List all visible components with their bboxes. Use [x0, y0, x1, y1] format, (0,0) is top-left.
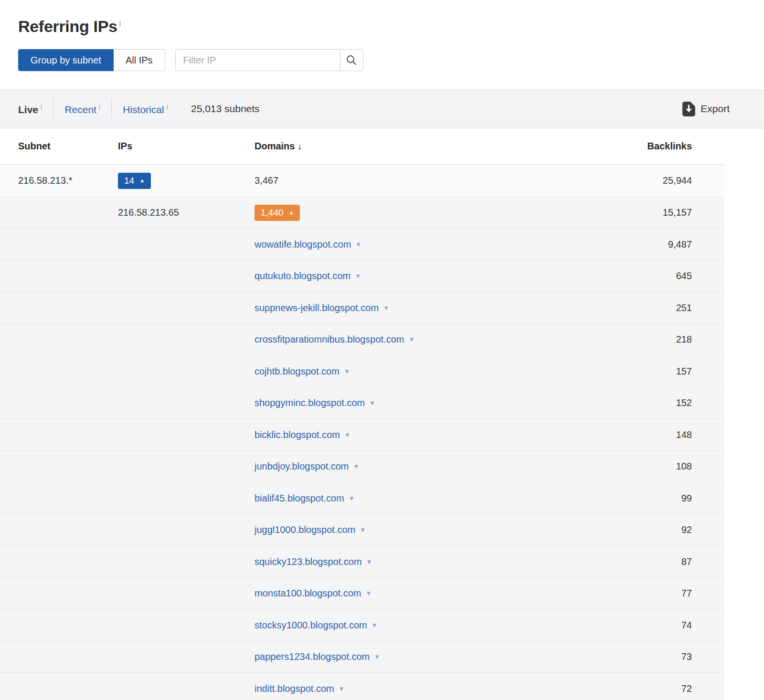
title-info-icon[interactable]: i: [119, 20, 121, 28]
ip-value: 216.58.213.65: [118, 207, 255, 218]
domain-link[interactable]: pappers1234.blogspot.com: [255, 651, 370, 662]
domain-cell: qutukuto.blogspot.com ▼: [255, 271, 676, 282]
domain-cell: bicklic.blogspot.com ▼: [255, 429, 676, 440]
domain-cell: juggl1000.blogspot.com ▼: [255, 524, 681, 535]
ip-backlinks-count: 15,157: [663, 207, 692, 218]
domain-row: juggl1000.blogspot.com ▼ 92: [0, 514, 724, 546]
domain-link[interactable]: juggl1000.blogspot.com: [255, 524, 355, 535]
domain-backlinks-count: 152: [676, 397, 692, 408]
domain-backlinks-count: 72: [681, 683, 692, 694]
domain-link[interactable]: junbdjoy.blogspot.com: [255, 461, 349, 472]
domain-link[interactable]: stocksy1000.blogspot.com: [255, 620, 367, 631]
domain-row: inditt.blogspot.com ▼ 72: [0, 672, 724, 700]
column-header-domains-label: Domains: [255, 141, 295, 151]
domain-row: pappers1234.blogspot.com ▼ 73: [0, 641, 724, 673]
column-header-subnet[interactable]: Subnet: [18, 141, 118, 152]
domain-dropdown-icon[interactable]: ▼: [344, 368, 350, 375]
tab-live[interactable]: Livei: [18, 103, 42, 115]
domain-row: junbdjoy.blogspot.com ▼ 108: [0, 450, 724, 482]
sort-desc-icon: ↓: [297, 141, 302, 151]
domain-dropdown-icon[interactable]: ▼: [371, 622, 378, 629]
group-by-subnet-button[interactable]: Group by subnet: [18, 49, 114, 71]
domain-link[interactable]: shopgyminc.blogspot.com: [255, 397, 365, 408]
subnet-backlinks-count: 25,944: [663, 175, 692, 186]
domain-cell: pappers1234.blogspot.com ▼: [255, 651, 681, 662]
table-header-row: Subnet IPs Domains↓ Backlinks: [0, 128, 724, 165]
page-header: Referring IPsi Group by subnet All IPs: [0, 0, 764, 71]
collapse-subnet-button[interactable]: 14 ▲: [118, 173, 151, 189]
domain-dropdown-icon[interactable]: ▼: [366, 558, 372, 565]
domain-row: bicklic.blogspot.com ▼ 148: [0, 418, 724, 450]
domain-link[interactable]: inditt.blogspot.com: [255, 683, 334, 694]
domain-link[interactable]: bicklic.blogspot.com: [255, 429, 340, 440]
domain-link[interactable]: monsta100.blogspot.com: [255, 588, 361, 599]
domain-link[interactable]: cojhtb.blogspot.com: [255, 366, 340, 377]
domain-backlinks-count: 92: [681, 524, 692, 535]
domain-dropdown-icon[interactable]: ▼: [355, 272, 361, 280]
export-label: Export: [700, 103, 730, 115]
column-header-domains[interactable]: Domains↓: [255, 141, 647, 152]
domain-row: qutukuto.blogspot.com ▼ 645: [0, 260, 724, 292]
live-info-icon[interactable]: i: [41, 103, 42, 111]
page-title: Referring IPsi: [18, 14, 746, 36]
filter-group: [175, 49, 363, 71]
tab-historical[interactable]: Historicali: [123, 103, 168, 115]
domain-link[interactable]: wowatife.blogspot.com: [255, 239, 351, 250]
domain-dropdown-icon[interactable]: ▼: [369, 399, 375, 407]
domain-link[interactable]: squicky123.blogspot.com: [255, 556, 362, 567]
subnet-row: 216.58.213.* 14 ▲ 3,467 25,944: [0, 165, 724, 197]
domain-dropdown-icon[interactable]: ▼: [365, 590, 371, 597]
historical-info-icon[interactable]: i: [167, 103, 168, 111]
domain-cell: bialif45.blogspot.com ▼: [255, 493, 681, 504]
domain-row: crossfitparatiomnibus.blogspot.com ▼ 218: [0, 324, 724, 355]
domain-backlinks-count: 9,487: [668, 239, 692, 250]
recent-info-icon[interactable]: i: [99, 103, 100, 111]
toolbar: Group by subnet All IPs: [18, 49, 746, 71]
domain-backlinks-count: 87: [681, 556, 692, 567]
domain-dropdown-icon[interactable]: ▼: [344, 431, 350, 439]
collapse-domains-button[interactable]: 1,440 ▲: [255, 205, 300, 221]
domain-link[interactable]: bialif45.blogspot.com: [255, 493, 344, 504]
tab-recent[interactable]: Recenti: [64, 103, 100, 115]
all-ips-button[interactable]: All IPs: [114, 49, 165, 71]
ips-badge-cell: 14 ▲: [118, 173, 255, 189]
domain-cell: cojhtb.blogspot.com ▼: [255, 366, 676, 377]
mode-tabbar: Livei Recenti Historicali 25,013 subnets…: [0, 89, 764, 128]
domain-dropdown-icon[interactable]: ▼: [353, 463, 360, 470]
domain-backlinks-count: 645: [676, 271, 692, 282]
tab-historical-label: Historical: [123, 104, 164, 115]
tab-recent-label: Recent: [64, 104, 96, 115]
search-button[interactable]: [340, 49, 363, 71]
domain-row: squicky123.blogspot.com ▼ 87: [0, 545, 724, 577]
caret-up-icon: ▲: [289, 210, 294, 215]
domain-backlinks-count: 73: [681, 651, 692, 662]
domain-backlinks-count: 251: [676, 303, 692, 313]
domain-cell: shopgyminc.blogspot.com ▼: [255, 397, 676, 408]
domain-dropdown-icon[interactable]: ▼: [383, 304, 389, 312]
domain-dropdown-icon[interactable]: ▼: [339, 685, 345, 692]
domain-row: bialif45.blogspot.com ▼ 99: [0, 482, 724, 514]
domain-cell: inditt.blogspot.com ▼: [255, 683, 681, 694]
column-header-ips[interactable]: IPs: [118, 141, 255, 152]
domain-cell: crossfitparatiomnibus.blogspot.com ▼: [255, 334, 676, 345]
domain-dropdown-icon[interactable]: ▼: [349, 495, 355, 502]
domain-row: monsta100.blogspot.com ▼ 77: [0, 577, 724, 609]
domain-dropdown-icon[interactable]: ▼: [374, 653, 380, 660]
domain-dropdown-icon[interactable]: ▼: [408, 336, 414, 343]
domain-dropdown-icon[interactable]: ▼: [355, 241, 361, 248]
table-body: 216.58.213.* 14 ▲ 3,467 25,944 216.58.21…: [0, 165, 724, 700]
domain-cell: squicky123.blogspot.com ▼: [255, 556, 681, 567]
domain-link[interactable]: qutukuto.blogspot.com: [255, 271, 350, 282]
domain-backlinks-count: 108: [676, 461, 692, 472]
filter-ip-input[interactable]: [175, 49, 340, 71]
domain-dropdown-icon[interactable]: ▼: [360, 526, 366, 533]
subnet-domains-count: 3,467: [255, 175, 663, 186]
view-mode-toggle: Group by subnet All IPs: [18, 49, 165, 71]
column-header-backlinks[interactable]: Backlinks: [647, 141, 692, 152]
export-icon: [682, 102, 695, 116]
caret-up-icon: ▲: [139, 178, 145, 183]
search-icon: [346, 54, 357, 66]
domain-link[interactable]: suppnews-jekill.blogspot.com: [255, 303, 379, 313]
domain-link[interactable]: crossfitparatiomnibus.blogspot.com: [255, 334, 404, 345]
export-button[interactable]: Export: [682, 102, 730, 116]
